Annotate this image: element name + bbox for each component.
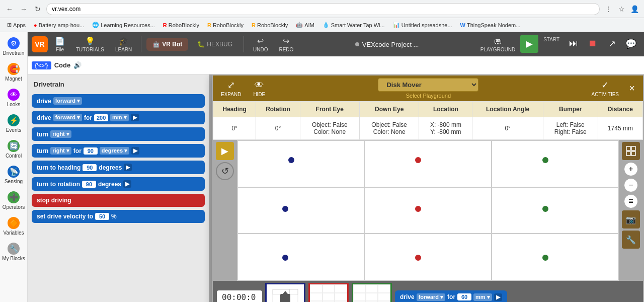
hexbug-button[interactable]: 🐛 HEXBUG: [191, 38, 238, 51]
step-button[interactable]: ⏭: [565, 35, 583, 53]
bookmark-apps[interactable]: ⊞ Apps: [4, 21, 29, 29]
vr-bot-label: VR Bot: [162, 41, 182, 48]
share-button[interactable]: ↗: [603, 35, 621, 53]
expand-button[interactable]: ⤢ EXPAND: [217, 78, 245, 99]
feedback-button[interactable]: 💬: [622, 35, 640, 53]
table-header-row: Heading Rotation Front Eye Down Eye Loca…: [213, 102, 643, 117]
camera-btn[interactable]: 📷: [622, 210, 640, 229]
tool-btn[interactable]: 🔧: [622, 231, 640, 249]
browser-bar: ← → ↻ ⋮ ☆ 👤: [0, 0, 644, 18]
turn-to-heading-block[interactable]: turn to heading 90 degrees ▶: [32, 161, 205, 174]
forward-button[interactable]: →: [18, 4, 29, 15]
hide-button[interactable]: 👁 HIDE: [249, 78, 269, 99]
globe-icon: 🌐: [92, 22, 99, 28]
playground-dropdown[interactable]: Disk Mover: [378, 78, 478, 92]
svg-rect-2: [626, 152, 630, 156]
zoom-out-btn[interactable]: −: [624, 178, 638, 192]
vr-bot-button[interactable]: 🤖 VR Bot: [146, 38, 188, 51]
timer-area: 00:00:0: [217, 290, 262, 303]
tutorials-icon: 💡: [85, 36, 95, 46]
bookmark-spreadsheet[interactable]: 📊 Untitled spreadshe...: [390, 21, 455, 29]
grid-cell-2-0: [237, 234, 364, 280]
svg-rect-3: [631, 152, 635, 156]
myblocks-icon: 🔧: [8, 243, 20, 255]
learn-button[interactable]: 🎓 LEARN: [111, 34, 136, 54]
grid-cell-1-2: [492, 187, 618, 234]
expand-label: EXPAND: [221, 92, 241, 97]
thumbnail-red[interactable]: [308, 283, 349, 302]
more-options-btn[interactable]: ≡: [624, 194, 638, 208]
header-sep2: [244, 36, 244, 52]
aim-icon: 🤖: [296, 22, 303, 28]
start-button[interactable]: ▶: [520, 35, 538, 53]
green-dot-mid: [542, 206, 548, 212]
set-velocity-block[interactable]: set drive velocity to 50 %: [32, 210, 205, 223]
tutorials-button[interactable]: 💡 TUTORIALS: [72, 34, 108, 54]
undo-icon: ↩: [257, 36, 264, 46]
grid-view-btn[interactable]: [622, 142, 640, 160]
close-button[interactable]: ×: [625, 82, 639, 96]
thumbnail-green[interactable]: [352, 283, 392, 302]
sidebar-item-operators[interactable]: ➕ Operators: [1, 188, 26, 213]
bookmark-battery[interactable]: ● Battery amp-hou...: [31, 21, 87, 29]
sidebar-item-sensing[interactable]: 📡 Sensing: [1, 163, 26, 187]
thumbnail-blue[interactable]: [265, 283, 305, 302]
redo-button[interactable]: ↪ REDO: [275, 34, 297, 54]
activities-button[interactable]: ✓ ACTIVITIES: [588, 78, 623, 99]
sidebar-label: My Blocks: [2, 256, 25, 261]
sidebar-item-drivetrain[interactable]: ⚙ Drivetrain: [1, 34, 26, 59]
stop-button[interactable]: ⏹: [584, 35, 602, 53]
bookmark-label: Untitled spreadshe...: [401, 22, 452, 28]
project-title-text: VEXcode Project ...: [362, 41, 419, 48]
apps-icon: ⊞: [7, 22, 12, 28]
grid-cell-0-2: [492, 140, 618, 187]
profile-btn[interactable]: 👤: [629, 4, 640, 15]
turn-right-param-block[interactable]: turn right ▾ for 90 degrees ▾ ▶: [32, 144, 205, 158]
sidebar-item-variables[interactable]: 🔶 Variables: [1, 214, 26, 239]
playground-panel: ⤢ EXPAND 👁 HIDE Disk Mover Select Playgr…: [212, 74, 644, 302]
stop-driving-block[interactable]: stop driving: [32, 194, 205, 207]
bookmark-roboblockly1[interactable]: R RoboBlockly: [160, 21, 202, 29]
bookmark-label: Battery amp-hou...: [39, 22, 85, 28]
bookmark-roboblockly3[interactable]: R RoboBlockly: [249, 21, 291, 29]
playground-button[interactable]: 🏟 PLAYGROUND: [476, 35, 519, 54]
sidebar-item-looks[interactable]: 👁 Looks: [1, 86, 26, 110]
bookmark-learning[interactable]: 🌐 Learning Resources...: [89, 21, 158, 29]
sidebar-label: Sensing: [5, 179, 23, 184]
zoom-in-btn[interactable]: +: [624, 162, 638, 176]
sidebar-item-events[interactable]: ⚡ Events: [1, 111, 26, 136]
star-btn[interactable]: ☆: [616, 4, 627, 15]
header-sep1: [141, 36, 141, 52]
table-data-row: 0° 0° Object: False Color: None Object: …: [213, 117, 643, 140]
redo-label: REDO: [279, 47, 293, 52]
sidebar-item-control[interactable]: 🔄 Control: [1, 137, 26, 162]
bookmark-aim[interactable]: 🤖 AIM: [293, 21, 317, 29]
sidebar-item-myblocks[interactable]: 🔧 My Blocks: [1, 240, 26, 264]
bottom-code-partial: drive forward ▾ for 60 mm ▾ ▶: [395, 290, 639, 303]
drivetrain-icon: ⚙: [8, 37, 20, 49]
red-dot-top: [415, 157, 421, 163]
reset-button[interactable]: ↺: [216, 162, 234, 180]
events-icon: ⚡: [8, 114, 20, 126]
turn-to-rotation-block[interactable]: turn to rotation 90 degrees ▶: [32, 177, 205, 191]
bookmark-roboblockly2[interactable]: R RoboBlockly: [204, 21, 247, 29]
back-button[interactable]: ←: [4, 4, 15, 15]
activities-icon: ✓: [601, 80, 609, 91]
bookmark-thingspeak[interactable]: W ThingSpeak Nodem...: [457, 21, 524, 29]
svg-marker-9: [283, 291, 288, 294]
file-button[interactable]: 📄 File: [51, 34, 69, 54]
extension-btn[interactable]: ⋮: [603, 4, 614, 15]
refresh-button[interactable]: ↻: [32, 4, 43, 15]
play-button[interactable]: ▶: [216, 142, 234, 160]
undo-button[interactable]: ↩ UNDO: [249, 34, 272, 54]
undo-label: UNDO: [253, 47, 268, 52]
sound-icon[interactable]: 🔊: [73, 61, 82, 69]
drive-forward-block[interactable]: drive forward ▾: [32, 94, 205, 108]
turn-right-block[interactable]: turn right ▾: [32, 127, 205, 141]
url-bar[interactable]: [46, 3, 600, 15]
drive-forward-param-block[interactable]: drive forward ▾ for 200 mm ▾ ▶: [32, 111, 205, 124]
playground-area: ⤢ EXPAND 👁 HIDE Disk Mover Select Playgr…: [212, 74, 644, 302]
bottom-drive-block[interactable]: drive forward ▾ for 60 mm ▾ ▶: [395, 290, 507, 303]
bookmark-smart-water[interactable]: 💧 Smart Water Tap Wi...: [319, 21, 388, 29]
sidebar-item-magnet[interactable]: 🧲 Magnet: [1, 60, 26, 85]
